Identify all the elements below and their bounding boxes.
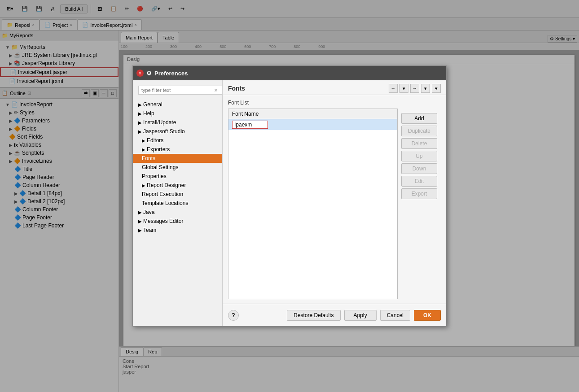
font-table: Font Name [228, 109, 398, 299]
dialog-right-panel: Fonts ← ▾ → ▾ ▾ Font List [223, 80, 446, 326]
pref-install-label: Install/Update [143, 119, 176, 126]
pref-general[interactable]: ▶ General [133, 100, 222, 109]
pref-editors[interactable]: ▶ Editors [133, 136, 222, 145]
dialog-title-icon: ⚙ [146, 70, 152, 77]
font-edit-button[interactable]: Edit [401, 176, 437, 187]
font-up-button[interactable]: Up [401, 151, 437, 161]
pref-exporters[interactable]: ▶ Exporters [133, 145, 222, 154]
pref-report-execution[interactable]: Report Execution [133, 190, 222, 199]
pref-properties[interactable]: Properties [133, 172, 222, 181]
font-duplicate-button[interactable]: Duplicate [401, 126, 437, 136]
font-table-header: Font Name [228, 109, 397, 119]
dialog-title-bar: × ⚙ Preferences [133, 66, 446, 80]
pref-reportexec-label: Report Execution [142, 191, 183, 197]
pref-template-locations[interactable]: Template Locations [133, 199, 222, 208]
dialog-nav-fwd-arrow[interactable]: ▾ [421, 84, 430, 93]
font-row-ipaexm[interactable] [228, 119, 397, 130]
dialog-footer: ? Restore Defaults Apply Cancel OK [223, 304, 446, 326]
font-table-body [228, 119, 397, 299]
filter-clear-icon[interactable]: ✕ [214, 88, 218, 93]
ok-button[interactable]: OK [414, 310, 441, 321]
restore-defaults-button[interactable]: Restore Defaults [287, 310, 340, 321]
pref-report-designer[interactable]: ▶ Report Designer [133, 181, 222, 190]
font-action-buttons: Add Duplicate Delete Up Down Edit Export [401, 109, 441, 299]
apply-button[interactable]: Apply [344, 310, 377, 321]
cancel-button[interactable]: Cancel [380, 310, 410, 321]
filter-input[interactable] [138, 86, 222, 95]
dialog-body: ✕ ▶ General ▶ Help ▶ Install/ [133, 80, 446, 326]
preferences-dialog: × ⚙ Preferences ✕ ▶ General [132, 65, 447, 327]
pref-global-label: Global Settings [142, 164, 178, 170]
pref-team-label: Team [143, 227, 156, 233]
font-export-button[interactable]: Export [401, 188, 437, 199]
pref-messages-label: Messages Editor [143, 218, 183, 224]
pref-fonts-label: Fonts [142, 155, 155, 161]
ide-background: ⊞▾ 💾 💾 🖨 Build All 🖼 📋 ✏ 🔴 🔗▾ ↩ ↪ 📁 Repo… [0, 0, 579, 392]
pref-team[interactable]: ▶ Team [133, 226, 222, 235]
font-name-input[interactable] [232, 121, 268, 129]
font-delete-button[interactable]: Delete [401, 138, 437, 149]
dialog-nav-back[interactable]: ← [389, 84, 398, 93]
dialog-right-title: Fonts [228, 85, 245, 92]
dialog-fonts-content: Font List Font Name [223, 95, 446, 304]
dialog-nav-menu[interactable]: ▾ [432, 84, 441, 93]
dialog-nav-buttons: ← ▾ → ▾ ▾ [389, 84, 441, 93]
dialog-right-header: Fonts ← ▾ → ▾ ▾ [223, 80, 446, 95]
pref-java-label: Java [143, 209, 154, 215]
pref-help-label: Help [143, 110, 154, 117]
filter-wrapper: ✕ [136, 83, 219, 97]
dialog-footer-left: ? [228, 310, 239, 321]
dialog-nav-back-arrow[interactable]: ▾ [399, 84, 408, 93]
help-button[interactable]: ? [228, 310, 239, 321]
pref-exporters-label: Exporters [147, 146, 170, 152]
pref-global-settings[interactable]: Global Settings [133, 163, 222, 172]
font-down-button[interactable]: Down [401, 163, 437, 174]
pref-template-label: Template Locations [142, 200, 188, 206]
font-list-and-buttons: Font Name Add [228, 109, 441, 299]
pref-help[interactable]: ▶ Help [133, 109, 222, 118]
pref-java[interactable]: ▶ Java [133, 208, 222, 217]
pref-general-label: General [143, 101, 162, 108]
dialog-title-text: Preferences [154, 70, 188, 77]
pref-fonts[interactable]: Fonts [133, 154, 222, 163]
dialog-close-button[interactable]: × [136, 70, 144, 77]
pref-install-update[interactable]: ▶ Install/Update [133, 118, 222, 127]
pref-editors-label: Editors [147, 137, 163, 144]
pref-nav-tree: ▶ General ▶ Help ▶ Install/Update ▶ [133, 100, 222, 235]
dialog-nav-panel: ✕ ▶ General ▶ Help ▶ Install/ [133, 80, 223, 326]
pref-reportdesigner-label: Report Designer [147, 182, 186, 188]
pref-messages-editor[interactable]: ▶ Messages Editor [133, 217, 222, 226]
modal-overlay: × ⚙ Preferences ✕ ▶ General [0, 0, 579, 392]
dialog-nav-fwd[interactable]: → [410, 84, 419, 93]
font-table-wrapper: Font Name [228, 109, 398, 299]
pref-jaspersoft-studio[interactable]: ▶ Jaspersoft Studio [133, 127, 222, 136]
pref-properties-label: Properties [142, 173, 167, 179]
font-add-button[interactable]: Add [401, 113, 437, 124]
font-list-label: Font List [228, 100, 441, 106]
pref-jaspersoft-label: Jaspersoft Studio [143, 128, 185, 135]
